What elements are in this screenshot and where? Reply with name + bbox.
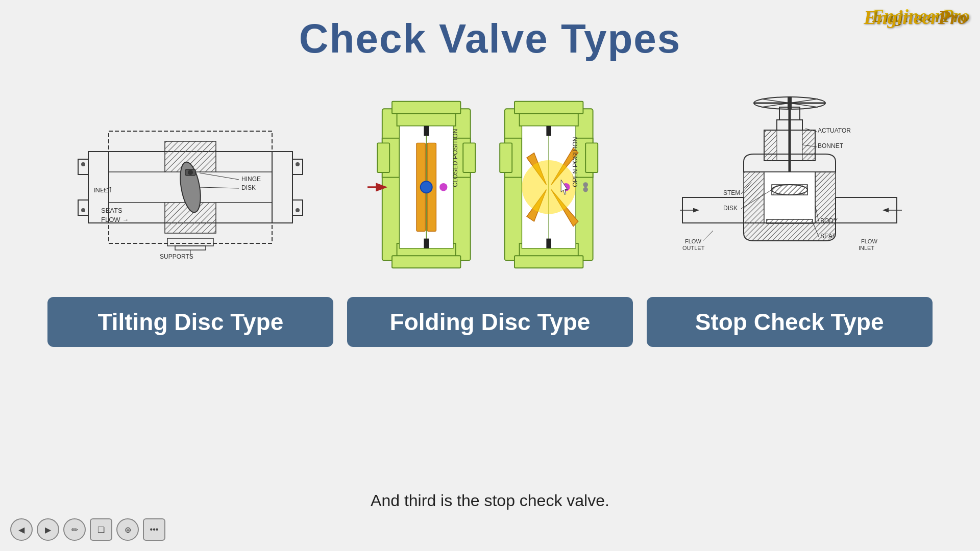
svg-rect-3 [272,152,292,223]
svg-text:STEM: STEM [723,189,740,196]
svg-text:OUTLET: OUTLET [682,245,705,251]
svg-line-116 [703,231,713,241]
svg-rect-60 [514,256,583,268]
folding-disc-section: CLOSED POSITION [347,88,633,347]
svg-line-32 [200,187,239,188]
svg-text:DISK: DISK [723,205,738,212]
svg-rect-49 [424,239,429,248]
svg-point-7 [81,208,85,212]
more-button[interactable]: ••• [143,518,165,541]
svg-text:SEATS: SEATS [101,207,122,214]
svg-text:OPEN POSITION: OPEN POSITION [572,137,579,187]
svg-point-76 [583,187,588,192]
svg-text:ACTUATOR: ACTUATOR [818,127,851,134]
tilting-disc-label: Tilting Disc Type [47,297,333,347]
svg-point-53 [439,183,447,191]
svg-text:BODY: BODY [820,217,838,224]
svg-point-8 [296,162,300,166]
svg-rect-95 [764,172,815,223]
svg-rect-93 [744,172,764,223]
svg-text:FLOW: FLOW [685,238,701,244]
svg-rect-24 [175,246,206,250]
svg-rect-2 [78,200,88,215]
svg-rect-39 [392,102,460,114]
svg-rect-48 [424,126,429,136]
svg-text:FLOW: FLOW [861,238,877,244]
stop-check-diagram: ACTUATOR BONNET STEM DISK BODY SEAT FLOW… [667,88,912,282]
svg-point-22 [188,170,193,175]
prev-button[interactable]: ◀ [10,518,33,541]
svg-rect-94 [815,172,836,223]
logo-text: EngineerPro [864,6,967,29]
edit-button[interactable]: ✏ [63,518,86,541]
tilting-disc-section: INLET SEATS FLOW → HINGE DISK SUPPORTS T… [47,88,333,347]
bottom-controls: ◀ ▶ ✏ ❑ ⊕ ••• [10,518,165,541]
svg-text:HINGE: HINGE [241,176,261,183]
stop-check-svg: ACTUATOR BONNET STEM DISK BODY SEAT FLOW… [672,88,907,282]
svg-point-6 [81,162,85,166]
svg-rect-67 [546,126,551,136]
svg-text:BONNET: BONNET [818,142,844,149]
folding-disc-svg: CLOSED POSITION [368,90,612,279]
next-button[interactable]: ▶ [37,518,59,541]
svg-rect-1 [78,159,88,174]
folding-disc-label: Folding Disc Type [347,297,633,347]
svg-text:SEAT: SEAT [820,233,836,240]
svg-text:DISK: DISK [241,184,256,191]
svg-rect-97 [772,185,807,195]
svg-rect-23 [167,238,213,246]
svg-rect-43 [377,143,389,172]
tilting-disc-svg: INLET SEATS FLOW → HINGE DISK SUPPORTS [73,90,308,279]
svg-rect-4 [292,159,303,174]
svg-rect-5 [292,200,303,215]
svg-text:CLOSED POSITION: CLOSED POSITION [452,129,459,187]
svg-point-52 [421,181,432,193]
svg-rect-45 [463,143,475,172]
zoom-button[interactable]: ⊕ [116,518,139,541]
svg-text:FLOW →: FLOW → [101,216,129,223]
svg-rect-41 [392,256,460,268]
stop-check-section: ACTUATOR BONNET STEM DISK BODY SEAT FLOW… [647,88,933,347]
svg-text:INLET: INLET [859,245,874,251]
svg-point-9 [296,208,300,212]
stop-check-label: Stop Check Type [647,297,933,347]
svg-rect-62 [500,143,512,172]
subtitle-caption: And third is the stop check valve. [371,491,609,510]
folding-disc-diagram: CLOSED POSITION [368,88,612,282]
svg-text:SUPPORTS: SUPPORTS [160,253,193,260]
copy-button[interactable]: ❑ [90,518,112,541]
svg-rect-91 [802,130,815,161]
svg-line-30 [200,173,239,180]
svg-rect-58 [514,102,583,114]
svg-rect-68 [546,239,551,248]
svg-point-75 [583,182,588,187]
main-content: INLET SEATS FLOW → HINGE DISK SUPPORTS T… [0,67,980,357]
svg-rect-90 [764,130,777,161]
tilting-disc-diagram: INLET SEATS FLOW → HINGE DISK SUPPORTS [68,88,313,282]
page-title: Check Valve Types [0,0,980,62]
svg-rect-64 [585,143,598,172]
